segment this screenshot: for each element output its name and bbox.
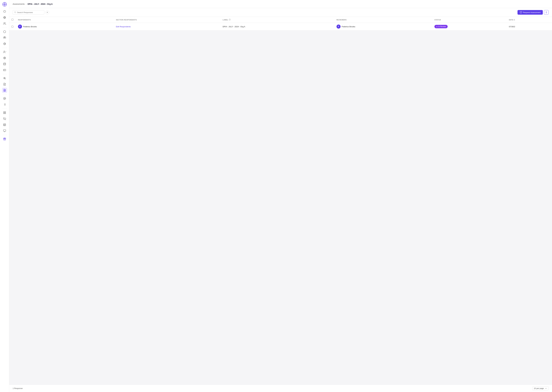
cube-icon[interactable] [2, 29, 7, 34]
table-area: RESPONDENTS SECTION RESPONDENTS LABEL ⓘ [9, 17, 552, 385]
search-doc-icon[interactable] [2, 82, 7, 87]
app-logo[interactable] [2, 2, 7, 7]
table-add-icon[interactable] [2, 122, 7, 127]
table-row: F Federico Brooks Edit Respondents DPIA … [9, 23, 552, 30]
add-button[interactable]: + [45, 10, 49, 14]
edit-respondents-link[interactable]: Edit Respondents [116, 26, 131, 28]
col-section-respondents: SECTION RESPONDENTS [114, 17, 220, 23]
activity-icon[interactable] [2, 9, 7, 14]
at-icon[interactable] [2, 96, 7, 101]
col-reviewers: REVIEWERS [334, 17, 432, 23]
database-icon[interactable] [2, 62, 7, 67]
row-checkbox[interactable] [12, 26, 13, 28]
search-input[interactable] [17, 11, 43, 14]
breadcrumb-parent[interactable]: Assessments [13, 3, 25, 5]
svg-line-52 [16, 13, 16, 13]
select-all-checkbox[interactable] [12, 19, 13, 21]
status-badge: ∞ In Review [434, 25, 448, 28]
doc-lock-icon[interactable] [2, 88, 7, 93]
responses-table: RESPONDENTS SECTION RESPONDENTS LABEL ⓘ [9, 17, 552, 30]
label-value: DPIA - JULY - 2024 - Org A [223, 26, 245, 28]
svg-rect-22 [3, 69, 6, 71]
more-options-button[interactable] [544, 10, 549, 15]
svg-point-24 [4, 77, 5, 79]
main-content: Assessments › DPIA - JULY - 2024 - Org A… [9, 0, 552, 392]
users-icon[interactable] [2, 21, 7, 26]
svg-rect-29 [4, 91, 5, 91]
more-icon [545, 11, 547, 14]
eye-off-icon[interactable] [2, 116, 7, 121]
breadcrumb-separator: › [26, 3, 26, 5]
request-assessment-button[interactable]: Request Assessment [517, 10, 543, 15]
toolbar-left: + [13, 10, 49, 15]
chevron-down-icon [545, 387, 547, 389]
page-header: Assessments › DPIA - JULY - 2024 - Org A [9, 0, 552, 8]
response-count: 1 Response [13, 387, 22, 389]
reviewer-cell: F Federico Brooks [336, 25, 430, 28]
col-label: LABEL ⓘ [220, 17, 334, 23]
reviewer-avatar: F [336, 25, 341, 28]
col-status: STATUS [432, 17, 507, 23]
col-checkbox [9, 17, 16, 23]
svg-marker-17 [6, 51, 6, 52]
svg-rect-12 [3, 37, 4, 38]
svg-rect-42 [3, 124, 6, 126]
toolbar-right: Request Assessment [517, 10, 549, 15]
id-card-icon[interactable] [2, 67, 7, 73]
per-page-label: 10 per page [534, 387, 544, 389]
svg-point-23 [4, 70, 4, 70]
svg-point-27 [4, 84, 4, 85]
add-icon: + [47, 11, 48, 14]
filter-add-icon[interactable] [2, 102, 7, 107]
cubes-icon[interactable] [2, 35, 7, 40]
svg-rect-38 [5, 112, 6, 112]
svg-rect-53 [520, 12, 522, 13]
svg-point-30 [4, 98, 5, 99]
breadcrumb-current: DPIA - JULY - 2024 - Org A [28, 3, 53, 5]
sidebar [0, 0, 9, 392]
svg-line-28 [5, 85, 5, 85]
svg-rect-39 [3, 113, 4, 114]
globe-icon[interactable] [2, 15, 7, 20]
respondent-name: Federico Brooks [23, 26, 37, 28]
gift-icon[interactable] [2, 136, 7, 141]
svg-rect-14 [4, 37, 5, 37]
svg-point-21 [3, 63, 6, 63]
request-btn-label: Request Assessment [523, 11, 540, 14]
target-icon[interactable] [2, 56, 7, 61]
page-footer: 1 Response 10 per page [9, 385, 552, 392]
col-date: DATE C [507, 17, 552, 23]
respondent-cell: F Federico Brooks [18, 25, 111, 28]
svg-rect-40 [5, 113, 6, 114]
monitor-icon[interactable] [2, 128, 7, 133]
search-box[interactable] [13, 10, 44, 15]
svg-point-25 [4, 78, 5, 78]
svg-rect-37 [3, 112, 4, 112]
svg-point-20 [4, 58, 5, 58]
status-icon: ∞ [436, 25, 438, 28]
status-label: In Review [438, 26, 446, 28]
globe2-icon[interactable] [2, 41, 7, 46]
svg-point-11 [4, 22, 5, 24]
request-icon [520, 11, 522, 14]
table-wrapper: RESPONDENTS SECTION RESPONDENTS LABEL ⓘ [9, 17, 552, 30]
group-star-icon[interactable] [2, 49, 7, 55]
svg-point-56 [546, 12, 546, 12]
reviewer-name: Federico Brooks [342, 26, 355, 28]
svg-line-26 [5, 79, 6, 79]
per-page-selector[interactable]: 10 per page [532, 386, 549, 390]
search-icon [14, 11, 16, 14]
toolbar: + Request Assessment [9, 8, 552, 17]
svg-point-51 [15, 11, 16, 13]
svg-rect-46 [3, 130, 6, 132]
svg-rect-13 [5, 37, 6, 38]
label-info-icon[interactable]: ⓘ [229, 19, 231, 21]
col-respondents: RESPONDENTS [16, 17, 114, 23]
avatar: F [18, 25, 22, 28]
svg-point-58 [546, 13, 546, 13]
table-grid-icon[interactable] [2, 110, 7, 115]
search-circle-icon[interactable] [2, 76, 7, 81]
svg-point-16 [4, 51, 5, 52]
svg-point-57 [546, 12, 546, 13]
date-created: 07/30/2 [509, 26, 515, 28]
